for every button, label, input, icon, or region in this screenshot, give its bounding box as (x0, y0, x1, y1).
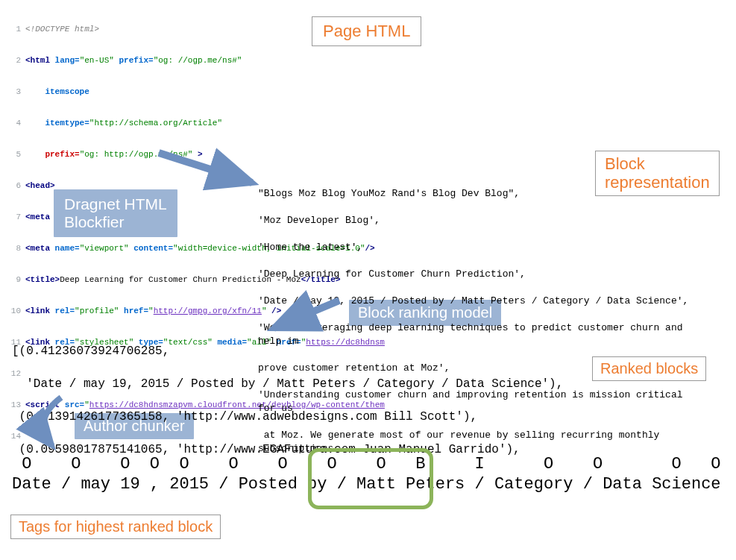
step-blockifier: Dragnet HTML Blockfier (54, 189, 177, 237)
code-l1: <!DOCTYPE html> (25, 25, 99, 34)
svg-line-1 (274, 301, 339, 328)
chunker-output: O O O O O O O O O B I O O O O O Date / m… (12, 455, 720, 494)
arrow-ranked-to-chunker (16, 394, 84, 453)
arrow-blocks-to-ranked (265, 295, 354, 339)
caption-page-html: Page HTML (312, 16, 421, 46)
arrow-html-to-blocks (155, 149, 267, 194)
caption-tags-for-highest: Tags for highest ranked block (10, 515, 221, 539)
chunker-tokens: Date / may 19 , 2015 / Posted by / Matt … (12, 475, 720, 494)
svg-line-0 (159, 153, 252, 183)
ranked-blocks-text: [(0.41236073924706285, 'Date / may 19, 2… (12, 327, 579, 474)
chunker-bio-tags: O O O O O O O O O B I O O O O O (12, 455, 720, 474)
